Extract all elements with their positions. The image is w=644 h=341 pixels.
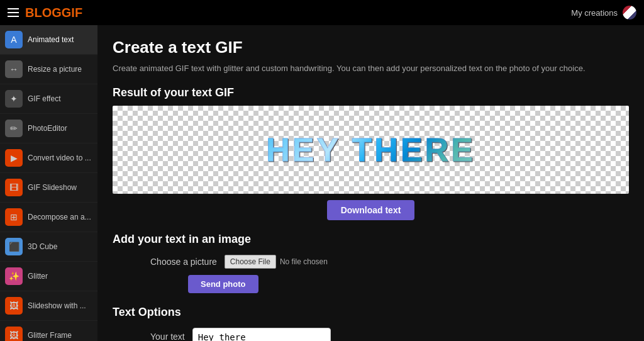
main-layout: AAnimated text↔Resize a picture✦GIF effe… — [0, 25, 644, 341]
hamburger-icon[interactable] — [8, 8, 19, 17]
sidebar-item-resize-picture[interactable]: ↔Resize a picture — [0, 55, 97, 84]
result-section-title: Result of your text GIF — [113, 86, 629, 99]
sidebar-item-slideshow-with[interactable]: 🖼Slideshow with ... — [0, 291, 97, 321]
glitter-frame-icon: 🖼 — [5, 327, 23, 341]
sidebar-label-animated-text: Animated text — [28, 35, 74, 44]
glitter-icon: ✨ — [5, 267, 23, 285]
photo-editor-icon: ✏ — [5, 120, 23, 137]
your-text-label: Your text — [150, 328, 185, 342]
header-right: My creations — [571, 6, 636, 20]
sidebar-item-3d-cube[interactable]: ⬛3D Cube — [0, 232, 97, 262]
gif-text-display: Hey there — [266, 131, 475, 169]
header: BLOGGIF My creations — [0, 0, 644, 25]
text-options-section-title: Text Options — [113, 306, 629, 319]
sidebar-item-gif-slideshow[interactable]: 🎞GIF Slideshow — [0, 173, 97, 203]
page-title: Create a text GIF — [113, 38, 629, 57]
animated-text-icon: A — [5, 31, 23, 48]
sidebar-label-gif-slideshow: GIF Slideshow — [28, 183, 77, 192]
choose-file-button[interactable]: Choose File — [225, 255, 276, 269]
flag-icon[interactable] — [623, 6, 636, 20]
no-file-text: No file chosen — [280, 257, 328, 266]
resize-picture-icon: ↔ — [5, 60, 23, 78]
logo[interactable]: BLOGGIF — [25, 6, 82, 20]
send-photo-row: Send photo — [113, 275, 629, 293]
sidebar-label-convert-video: Convert video to ... — [28, 154, 91, 162]
logo-prefix: BLOG — [25, 6, 62, 20]
your-text-input[interactable] — [192, 328, 331, 342]
page-description: Create animated GIF text with glitter an… — [113, 62, 629, 75]
sidebar-item-glitter-frame[interactable]: 🖼Glitter Frame — [0, 321, 97, 341]
header-left: BLOGGIF — [8, 6, 82, 20]
gif-preview-area: Hey there — [113, 106, 629, 194]
sidebar-label-slideshow-with: Slideshow with ... — [28, 301, 86, 310]
decompose-icon: ⊞ — [5, 208, 23, 226]
sidebar-item-animated-text[interactable]: AAnimated text — [0, 25, 97, 55]
sidebar-label-glitter: Glitter — [28, 272, 48, 281]
download-text-button[interactable]: Download text — [327, 200, 415, 220]
slideshow-with-icon: 🖼 — [5, 297, 23, 315]
gif-effect-icon: ✦ — [5, 90, 23, 108]
choose-picture-row: Choose a picture Choose File No file cho… — [113, 255, 629, 269]
my-creations-link[interactable]: My creations — [571, 8, 618, 18]
sidebar-label-resize-picture: Resize a picture — [28, 65, 82, 74]
sidebar-label-gif-effect: GIF effect — [28, 94, 60, 103]
choose-picture-label: Choose a picture — [150, 257, 217, 267]
content-area: Create a text GIF Create animated GIF te… — [97, 25, 644, 341]
logo-suffix: GIF — [62, 6, 82, 20]
your-text-row: Your text — [113, 328, 629, 342]
gif-slideshow-icon: 🎞 — [5, 179, 23, 196]
convert-video-icon: ▶ — [5, 149, 23, 167]
file-input-wrapper: Choose File No file chosen — [225, 255, 328, 269]
sidebar-label-decompose: Decompose an a... — [28, 213, 91, 221]
sidebar-item-glitter[interactable]: ✨Glitter — [0, 262, 97, 291]
sidebar: AAnimated text↔Resize a picture✦GIF effe… — [0, 25, 97, 341]
sidebar-item-photo-editor[interactable]: ✏PhotoEditor — [0, 114, 97, 143]
send-photo-button[interactable]: Send photo — [188, 275, 258, 293]
3d-cube-icon: ⬛ — [5, 238, 23, 255]
add-image-section-title: Add your text in an image — [113, 233, 629, 246]
add-image-form: Choose a picture Choose File No file cho… — [113, 255, 629, 293]
sidebar-item-convert-video[interactable]: ▶Convert video to ... — [0, 143, 97, 173]
sidebar-item-gif-effect[interactable]: ✦GIF effect — [0, 84, 97, 114]
sidebar-label-3d-cube: 3D Cube — [28, 242, 57, 251]
sidebar-item-decompose[interactable]: ⊞Decompose an a... — [0, 203, 97, 232]
sidebar-label-glitter-frame: Glitter Frame — [28, 331, 72, 340]
sidebar-label-photo-editor: PhotoEditor — [28, 124, 67, 133]
